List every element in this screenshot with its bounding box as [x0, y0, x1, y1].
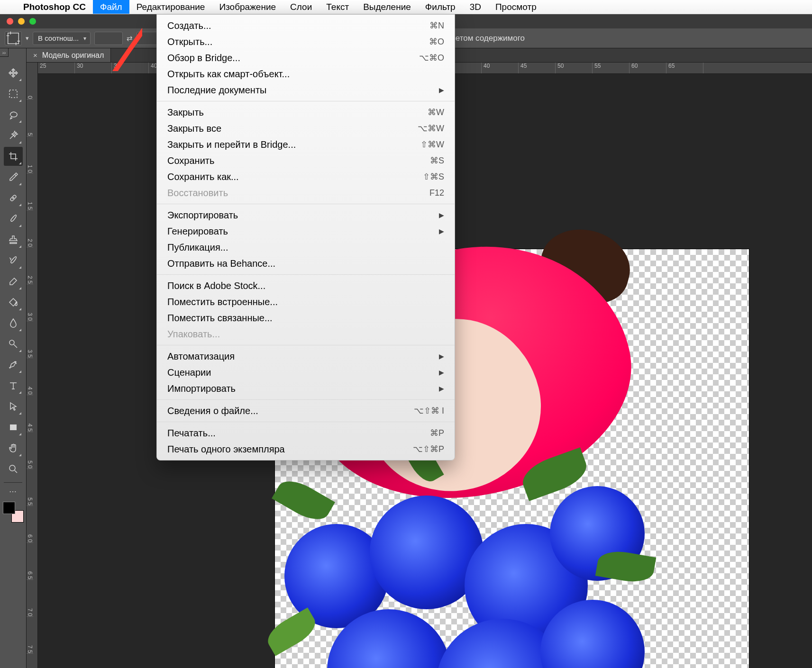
document-tab[interactable]: × Модель оригинал: [27, 48, 111, 62]
menu-item-label: Закрыть и перейти в Bridge...: [167, 139, 420, 150]
menu-item[interactable]: Поиск в Adobe Stock...: [157, 278, 455, 294]
menu-separator: [157, 204, 455, 204]
menu-item-label: Поиск в Adobe Stock...: [167, 280, 444, 291]
foreground-color-swatch[interactable]: [3, 502, 15, 514]
menu-item[interactable]: Открыть...⌘O: [157, 34, 455, 50]
crop-ratio-label: В соотнош...: [38, 34, 79, 42]
eyedropper-tool[interactable]: [4, 168, 23, 187]
menu-item-label: Закрыть: [167, 107, 428, 118]
dodge-tool[interactable]: [4, 334, 23, 353]
window-maximize-button[interactable]: [29, 18, 36, 25]
stamp-tool[interactable]: [4, 230, 23, 249]
hand-tool[interactable]: [4, 439, 23, 458]
menu-item[interactable]: Закрыть⌘W: [157, 104, 455, 120]
history-brush-tool[interactable]: [4, 251, 23, 270]
menu-item[interactable]: Печатать...⌘P: [157, 425, 455, 441]
menu-item-shortcut: F12: [429, 188, 444, 198]
color-swatches[interactable]: [3, 502, 24, 523]
menubar-item-select[interactable]: Выделение: [356, 0, 418, 14]
menu-item-label: Экспортировать: [167, 210, 434, 221]
move-tool[interactable]: [4, 63, 23, 82]
menu-item[interactable]: Генерировать▶: [157, 223, 455, 239]
menu-item[interactable]: Последние документы▶: [157, 82, 455, 98]
menu-item-label: Сведения о файле...: [167, 406, 414, 416]
zoom-tool[interactable]: [4, 460, 23, 478]
menu-item-label: Поместить встроенные...: [167, 297, 444, 307]
expand-panels-handle[interactable]: ››: [0, 48, 9, 57]
menu-item-label: Обзор в Bridge...: [167, 53, 419, 63]
svg-rect-0: [8, 33, 19, 44]
menu-item[interactable]: Печать одного экземпляра⌥⇧⌘P: [157, 441, 455, 457]
svg-rect-6: [10, 424, 17, 430]
type-tool[interactable]: [4, 376, 23, 395]
menu-item[interactable]: Сохранить⌘S: [157, 153, 455, 169]
eraser-tool[interactable]: [4, 272, 23, 291]
magic-wand-tool[interactable]: [4, 126, 23, 145]
menubar-item-edit[interactable]: Редактирование: [129, 0, 212, 14]
submenu-arrow-icon: ▶: [439, 227, 444, 235]
menu-item[interactable]: Открыть как смарт-объект...: [157, 66, 455, 82]
active-tool-icon[interactable]: [5, 31, 22, 45]
menu-item[interactable]: Обзор в Bridge...⌥⌘O: [157, 50, 455, 66]
path-select-tool[interactable]: [4, 397, 23, 416]
brush-tool[interactable]: [4, 209, 23, 228]
menu-item[interactable]: Закрыть все⌥⌘W: [157, 120, 455, 136]
menu-item[interactable]: Автоматизация▶: [157, 348, 455, 364]
menu-item[interactable]: Публикация...: [157, 239, 455, 255]
crop-tool[interactable]: [4, 147, 23, 166]
blur-tool[interactable]: [4, 314, 23, 333]
svg-point-7: [9, 465, 15, 471]
edit-toolbar-button[interactable]: ⋯: [4, 487, 23, 496]
menubar-item-view[interactable]: Просмотр: [488, 0, 544, 14]
menu-item-label: Последние документы: [167, 85, 434, 96]
menu-item-shortcut: ⌘W: [428, 107, 444, 117]
traffic-lights: [7, 18, 36, 25]
menu-item-shortcut: ⇧⌘W: [420, 139, 444, 150]
swap-icon[interactable]: ⇄: [127, 34, 133, 43]
menu-item-label: Поместить связанные...: [167, 313, 444, 324]
tab-close-button[interactable]: ×: [33, 51, 37, 59]
menu-item-shortcut: ⌥⌘W: [418, 123, 444, 134]
document-tab-title: Модель оригинал: [42, 51, 104, 60]
menu-item-label: Упаковать...: [167, 329, 444, 340]
svg-rect-3: [9, 90, 17, 98]
menubar-app-name[interactable]: Photoshop CC: [16, 0, 93, 14]
menu-item[interactable]: Создать...⌘N: [157, 18, 455, 34]
healing-tool[interactable]: [4, 189, 23, 208]
menu-item-shortcut: ⇧⌘S: [423, 172, 444, 182]
marquee-tool[interactable]: [4, 84, 23, 103]
pen-tool[interactable]: [4, 355, 23, 374]
menubar-item-filter[interactable]: Фильтр: [418, 0, 463, 14]
menu-item[interactable]: Поместить встроенные...: [157, 294, 455, 310]
crop-width-field[interactable]: [94, 32, 123, 45]
menu-item-label: Сценарии: [167, 367, 434, 378]
rectangle-tool[interactable]: [4, 418, 23, 437]
menubar-item-file[interactable]: Файл: [93, 0, 129, 14]
menu-item-label: Сохранить: [167, 155, 430, 166]
menu-item[interactable]: Поместить связанные...: [157, 310, 455, 326]
menu-item-label: Отправить на Behance...: [167, 258, 444, 269]
menu-item[interactable]: Экспортировать▶: [157, 207, 455, 223]
menu-item[interactable]: Импортировать▶: [157, 380, 455, 397]
menu-item[interactable]: Сохранить как...⇧⌘S: [157, 169, 455, 185]
lasso-tool[interactable]: [4, 105, 23, 124]
menubar-item-layers[interactable]: Слои: [283, 0, 319, 14]
crop-ratio-dropdown[interactable]: В соотнош...: [33, 32, 91, 45]
menu-item-label: Импортировать: [167, 383, 434, 394]
menu-item[interactable]: Закрыть и перейти в Bridge...⇧⌘W: [157, 136, 455, 153]
menubar-item-image[interactable]: Изображение: [212, 0, 283, 14]
menu-item-label: Публикация...: [167, 242, 444, 253]
menubar-item-type[interactable]: Текст: [319, 0, 356, 14]
menu-item-label: Создать...: [167, 20, 429, 31]
paint-bucket-tool[interactable]: [4, 293, 23, 312]
menu-item-label: Автоматизация: [167, 351, 434, 362]
menu-item[interactable]: Сценарии▶: [157, 364, 455, 380]
window-close-button[interactable]: [7, 18, 13, 25]
window-minimize-button[interactable]: [18, 18, 25, 25]
submenu-arrow-icon: ▶: [439, 369, 444, 376]
vertical-ruler[interactable]: 051 01 52 02 53 03 54 04 55 05 56 06 57 …: [27, 63, 38, 668]
menu-item[interactable]: Сведения о файле...⌥⇧⌘ I: [157, 403, 455, 419]
menubar-item-3d[interactable]: 3D: [463, 0, 488, 14]
menu-item[interactable]: Отправить на Behance...: [157, 255, 455, 271]
submenu-arrow-icon: ▶: [439, 352, 444, 360]
